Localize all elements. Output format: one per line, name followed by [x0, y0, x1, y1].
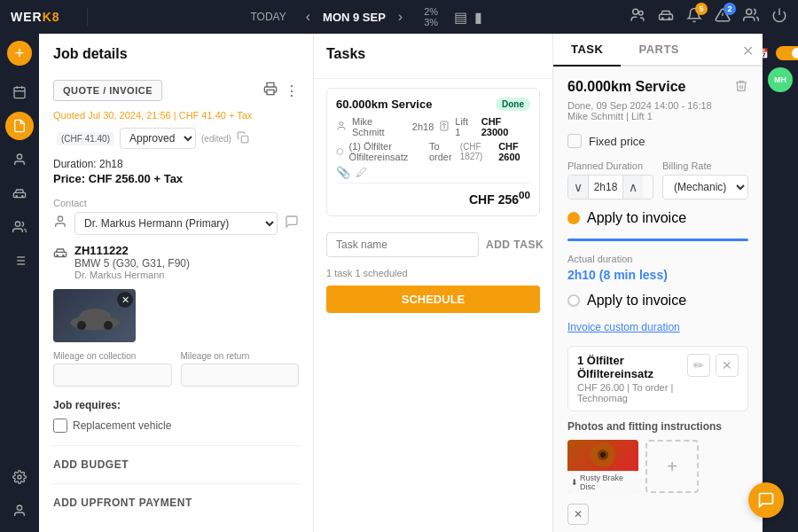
- svg-point-15: [16, 196, 17, 197]
- photo-add-btn[interactable]: +: [645, 440, 699, 493]
- power-icon[interactable]: [771, 7, 787, 27]
- svg-point-3: [662, 18, 664, 20]
- sidebar-item-list[interactable]: [5, 246, 34, 275]
- svg-point-17: [15, 222, 20, 226]
- car-icon[interactable]: [658, 7, 674, 27]
- svg-point-7: [747, 9, 752, 14]
- billing-rate-group: Billing Rate (Mechanic) Mike SchmittCHF …: [662, 160, 748, 200]
- quote-invoice-btn[interactable]: QUOTE / INVOICE: [53, 80, 162, 101]
- message-icon[interactable]: [285, 215, 299, 232]
- edited-badge: (edited): [201, 134, 231, 144]
- svg-point-25: [17, 505, 21, 510]
- new-item-btn[interactable]: +: [7, 41, 32, 66]
- nav-next-btn[interactable]: ›: [393, 9, 408, 25]
- status-select[interactable]: Approved Pending Declined: [120, 128, 196, 149]
- status-row: (CHF 41.40) Approved Pending Declined (e…: [53, 128, 299, 149]
- percent-top: 2%: [424, 6, 438, 17]
- actual-duration-section: Actual duration 2h10 (8 min less): [567, 254, 748, 282]
- sidebar-item-vehicles[interactable]: [5, 179, 34, 207]
- stepper-down-btn[interactable]: ∨: [568, 176, 588, 199]
- photo-thumbnail: ⬇ Rusty Brake Disc: [567, 440, 638, 493]
- invoice-custom-duration-link[interactable]: Invoice custom duration: [567, 321, 748, 333]
- svg-point-35: [104, 321, 113, 330]
- task-status-badge: Done: [496, 98, 530, 111]
- sidebar-item-people[interactable]: [5, 145, 34, 174]
- print-icon[interactable]: [263, 82, 278, 99]
- tasks-panel: Tasks 60.000km Service Done Mike Schmitt…: [314, 34, 553, 532]
- users-icon[interactable]: [743, 7, 759, 27]
- billing-rate-select[interactable]: (Mechanic) Mike SchmittCHF 1(…: [662, 175, 748, 200]
- nav-prev-btn[interactable]: ‹: [301, 9, 316, 25]
- dismiss-btn[interactable]: ✕: [567, 504, 589, 525]
- part-info: 1 Ölfilter Ölfiltereinsatz CHF 26.00 | T…: [577, 354, 687, 403]
- chat-bubble-btn[interactable]: [748, 482, 784, 518]
- close-detail-btn[interactable]: ✕: [742, 43, 754, 59]
- svg-rect-27: [241, 136, 248, 143]
- bell-icon[interactable]: 5: [686, 7, 702, 27]
- car-image-remove-btn[interactable]: ✕: [117, 292, 133, 308]
- sidebar-item-calendar[interactable]: [5, 78, 34, 106]
- add-upfront-payment-btn[interactable]: ADD UPFRONT PAYMENT: [53, 491, 299, 514]
- planned-duration-value[interactable]: [588, 176, 623, 199]
- vehicle-owner: Dr. Markus Hermann: [74, 270, 190, 280]
- add-task-btn[interactable]: ADD TASK: [486, 239, 544, 251]
- calendar-weekly-icon[interactable]: ▮: [474, 9, 482, 26]
- more-icon[interactable]: ⋮: [285, 82, 299, 99]
- fixed-price-row: Fixed price: [567, 134, 748, 148]
- task-parts-amount: CHF 2600: [498, 141, 530, 162]
- replacement-vehicle-checkbox[interactable]: [53, 419, 67, 433]
- team-icon[interactable]: [630, 7, 645, 27]
- contact-icon: [53, 215, 67, 232]
- calendar-monthly-icon[interactable]: ▤: [454, 9, 467, 26]
- task-card[interactable]: 60.000km Service Done Mike Schmitt 2h18 …: [326, 88, 540, 216]
- task-attachment-icon: 📎: [336, 166, 350, 179]
- detail-tabs: TASK PARTS ✕: [553, 34, 763, 66]
- planned-duration-stepper: ∨ ∧: [567, 175, 653, 200]
- task-total: CHF 25600: [469, 189, 530, 207]
- part-name: 1 Ölfilter Ölfiltereinsatz: [577, 354, 687, 380]
- part-edit-btn[interactable]: ✏: [687, 354, 710, 377]
- mileage-collection-input[interactable]: [53, 364, 172, 387]
- right-far-top: 📅 MH: [756, 41, 798, 92]
- detail-delete-btn[interactable]: [734, 79, 748, 97]
- sidebar-item-profile[interactable]: [5, 497, 34, 525]
- view-toggle[interactable]: [776, 46, 798, 60]
- sidebar-item-jobs[interactable]: [5, 112, 34, 140]
- stepper-up-btn[interactable]: ∧: [623, 176, 643, 199]
- nav-percent: 2% 3%: [424, 6, 438, 27]
- contact-select[interactable]: Dr. Markus Hermann (Primary): [74, 212, 278, 235]
- apply-invoice-radio[interactable]: [567, 212, 580, 224]
- svg-point-16: [22, 196, 23, 197]
- alert-icon[interactable]: 2: [715, 7, 731, 27]
- task-meta: 1 task 1 scheduled: [314, 264, 552, 286]
- mileage-return-input[interactable]: [181, 364, 300, 387]
- nav-divider: [87, 8, 88, 26]
- tab-task[interactable]: TASK: [553, 34, 621, 66]
- tab-parts[interactable]: PARTS: [621, 34, 697, 65]
- apply-invoice2-radio[interactable]: [567, 294, 580, 307]
- job-header-row: Job details: [53, 46, 299, 71]
- sidebar-item-settings[interactable]: [5, 463, 34, 491]
- svg-rect-9: [14, 88, 25, 98]
- job-details-panel: Job details QUOTE / INVOICE ⋮ Quoted Jul…: [39, 34, 314, 532]
- photos-row: ⬇ Rusty Brake Disc +: [567, 440, 748, 493]
- task-parts-status: To order: [429, 141, 455, 162]
- vehicle-plate: ZH111222: [74, 244, 190, 257]
- task-note-icon: 🖊: [356, 166, 367, 179]
- task-total-row: CHF 25600: [336, 183, 530, 207]
- svg-point-4: [669, 18, 670, 20]
- copy-icon[interactable]: [237, 131, 249, 146]
- svg-point-1: [639, 12, 644, 16]
- part-delete-btn[interactable]: ✕: [716, 354, 739, 377]
- part-supplier: Technomag: [577, 393, 628, 403]
- schedule-btn[interactable]: SCHEDULE: [326, 286, 540, 313]
- task-card-header: 60.000km Service Done: [336, 98, 530, 111]
- svg-point-36: [340, 122, 343, 126]
- fixed-price-checkbox[interactable]: [567, 134, 582, 148]
- duration-text: Duration: 2h18: [53, 158, 299, 170]
- nav-today-btn[interactable]: TODAY: [243, 7, 293, 27]
- sidebar-item-groups[interactable]: [5, 213, 34, 241]
- task-name-input[interactable]: [326, 232, 479, 257]
- mileage-return-label: Mileage on return: [181, 351, 300, 361]
- add-budget-btn[interactable]: ADD BUDGET: [53, 453, 299, 476]
